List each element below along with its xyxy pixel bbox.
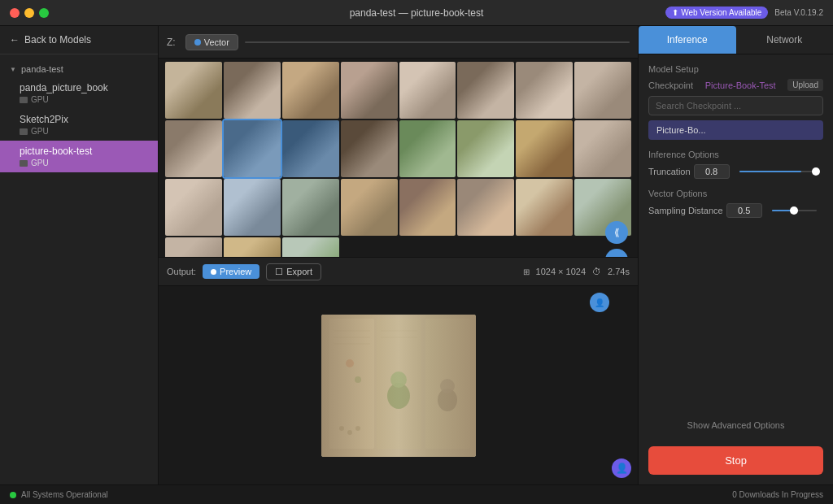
- show-advanced-options[interactable]: Show Advanced Options: [648, 417, 823, 433]
- window-controls[interactable]: [10, 8, 49, 18]
- grid-cell[interactable]: [341, 179, 398, 236]
- z-slider[interactable]: [245, 41, 630, 43]
- thumb-inner: [165, 179, 222, 236]
- sampling-distance-slider-container[interactable]: [772, 210, 817, 211]
- side-actions: ⟪ ↓ ↺: [605, 221, 628, 257]
- back-to-models-button[interactable]: ← Back to Models: [0, 26, 158, 54]
- truncation-slider-thumb[interactable]: [812, 167, 820, 176]
- image-grid-row: [165, 62, 631, 119]
- thumb-inner: [165, 120, 222, 177]
- close-button[interactable]: [10, 8, 20, 18]
- thumb-inner: [224, 62, 281, 119]
- minimize-button[interactable]: [24, 8, 34, 18]
- upload-button[interactable]: Upload: [787, 79, 823, 91]
- thumb-inner: [224, 179, 281, 236]
- vector-button[interactable]: Vector: [185, 34, 238, 50]
- sampling-distance-row: Sampling Distance 0.5: [648, 203, 823, 218]
- sidebar-item-sketch2pix[interactable]: Sketch2Pix GPU: [0, 109, 158, 141]
- titlebar-right: ⬆ Web Version Available Beta V.0.19.2: [665, 7, 823, 19]
- tab-inference[interactable]: Inference: [639, 26, 736, 54]
- output-info: ⊞ 1024 × 1024 ⏱ 2.74s: [523, 267, 630, 276]
- tab-network[interactable]: Network: [736, 26, 834, 54]
- grid-cell[interactable]: [574, 62, 631, 119]
- thumb-inner: [341, 120, 398, 177]
- truncation-slider-container[interactable]: [739, 171, 817, 172]
- truncation-row: Truncation 0.8: [648, 164, 823, 179]
- sidebar-item-label: picture-book-test: [20, 146, 148, 157]
- grid-cell[interactable]: [399, 120, 456, 177]
- thumb-inner: [224, 120, 281, 177]
- stop-button[interactable]: Stop: [648, 446, 823, 475]
- vector-label: Vector: [204, 37, 229, 47]
- thumb-inner: [282, 62, 339, 119]
- image-grid-row: [165, 120, 631, 177]
- image-grid-row: [165, 179, 631, 236]
- thumb-inner: [516, 179, 573, 236]
- grid-cell[interactable]: [399, 179, 456, 236]
- grid-cell[interactable]: [165, 237, 222, 257]
- export-button[interactable]: ☐ Export: [266, 263, 321, 280]
- thumb-inner: [399, 120, 456, 177]
- grid-cell[interactable]: [224, 62, 281, 119]
- sidebar-item-picture-book-test[interactable]: picture-book-test GPU: [0, 141, 158, 172]
- truncation-slider-track[interactable]: [739, 171, 817, 172]
- sidebar-section: ▼ panda-test panda_picture_book GPU Sket…: [0, 54, 158, 179]
- output-label: Output:: [167, 267, 196, 276]
- grid-cell[interactable]: [224, 179, 281, 236]
- grid-cell[interactable]: [399, 62, 456, 119]
- grid-cell[interactable]: [282, 237, 339, 257]
- export-checkbox-icon: ☐: [275, 267, 283, 277]
- model-setup-section: Model Setup Checkpoint Picture-Book-Test…: [648, 64, 823, 140]
- grid-cell[interactable]: [282, 179, 339, 236]
- checkpoint-result[interactable]: Picture-Bo...: [648, 120, 823, 140]
- sampling-distance-slider-thumb[interactable]: [790, 206, 798, 215]
- group-label: panda-test: [21, 64, 63, 74]
- grid-cell[interactable]: [516, 62, 573, 119]
- sampling-distance-value[interactable]: 0.5: [726, 203, 762, 218]
- grid-cell[interactable]: [165, 179, 222, 236]
- content-toolbar: Z: Vector: [159, 26, 638, 59]
- grid-cell[interactable]: [224, 120, 281, 177]
- grid-cell[interactable]: [282, 62, 339, 119]
- svg-point-15: [339, 426, 344, 431]
- preview-button[interactable]: Preview: [203, 264, 259, 279]
- thumb-inner: [574, 120, 631, 177]
- thumb-inner: [282, 179, 339, 236]
- grid-cell[interactable]: [516, 179, 573, 236]
- inference-options-section: Inference Options Truncation 0.8: [648, 150, 823, 179]
- preview-svg: [321, 315, 476, 457]
- sampling-distance-slider-track[interactable]: [772, 210, 817, 211]
- search-checkpoint-input[interactable]: [648, 96, 823, 115]
- statusbar: All Systems Operational 0 Downloads In P…: [0, 484, 833, 504]
- sidebar: ← Back to Models ▼ panda-test panda_pict…: [0, 26, 159, 484]
- main-layout: ← Back to Models ▼ panda-test panda_pict…: [0, 26, 833, 484]
- thumb-inner: [399, 62, 456, 119]
- grid-cell[interactable]: [457, 179, 514, 236]
- grid-cell[interactable]: [341, 120, 398, 177]
- sidebar-item-panda-picture-book[interactable]: panda_picture_book GPU: [0, 77, 158, 109]
- grid-cell[interactable]: [574, 120, 631, 177]
- grid-cell[interactable]: [282, 120, 339, 177]
- right-panel-tabs: Inference Network: [639, 26, 833, 54]
- gpu-label: GPU: [31, 127, 49, 136]
- grid-cell[interactable]: [165, 62, 222, 119]
- action-btn-1[interactable]: ⟪: [605, 221, 628, 244]
- action-btn-2[interactable]: ↓: [605, 249, 628, 257]
- preview-label: Preview: [220, 267, 251, 276]
- sidebar-group-panda-test[interactable]: ▼ panda-test: [0, 61, 158, 77]
- z-label: Z:: [167, 37, 176, 48]
- web-version-badge[interactable]: ⬆ Web Version Available: [665, 7, 768, 19]
- beta-label: Beta V.0.19.2: [774, 8, 823, 17]
- grid-cell[interactable]: [457, 120, 514, 177]
- grid-cell[interactable]: [224, 237, 281, 257]
- gpu-tag: GPU: [20, 95, 148, 104]
- grid-cell[interactable]: [165, 120, 222, 177]
- grid-cell[interactable]: [457, 62, 514, 119]
- grid-cell[interactable]: [516, 120, 573, 177]
- inference-options-title: Inference Options: [648, 150, 823, 159]
- truncation-value[interactable]: 0.8: [694, 164, 730, 179]
- grid-cell[interactable]: [341, 62, 398, 119]
- image-grid-container[interactable]: ⟪ ↓ ↺: [159, 59, 638, 257]
- vector-options-title: Vector Options: [648, 189, 823, 198]
- maximize-button[interactable]: [39, 8, 49, 18]
